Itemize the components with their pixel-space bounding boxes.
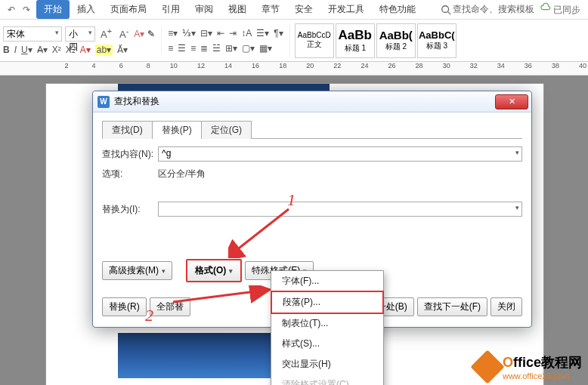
ribbon-tab-home[interactable]: 开始 bbox=[36, 0, 70, 19]
ribbon-tab-features[interactable]: 特色功能 bbox=[372, 0, 423, 19]
style-gallery[interactable]: AaBbCcD 正文 AaBb 标题 1 AaBb( 标题 2 AaBbC( 标… bbox=[289, 23, 456, 58]
command-search[interactable]: 查找命令、搜索模板 bbox=[441, 3, 534, 16]
text-direction-button[interactable]: ↕A bbox=[241, 28, 252, 38]
dialog-titlebar[interactable]: W 查找和替换 ✕ bbox=[93, 91, 531, 112]
menu-tabstop[interactable]: 制表位(T)... bbox=[271, 313, 383, 334]
watermark: Office教程网 www.office26.com bbox=[475, 353, 582, 380]
cloud-icon bbox=[540, 2, 551, 13]
svg-line-1 bbox=[447, 11, 450, 14]
font-size-combo[interactable]: 小四 bbox=[65, 26, 95, 42]
search-icon bbox=[441, 5, 451, 15]
replace-input[interactable] bbox=[158, 202, 522, 217]
ribbon-tab-security[interactable]: 安全 bbox=[287, 0, 320, 19]
bold-button[interactable]: B bbox=[3, 45, 10, 55]
highlight-button[interactable]: ab▾ bbox=[95, 45, 113, 55]
multilevel-button[interactable]: ⊟▾ bbox=[200, 28, 212, 38]
ribbon-tab-references[interactable]: 引用 bbox=[154, 0, 187, 19]
ribbon-tab-pagelayout[interactable]: 页面布局 bbox=[103, 0, 154, 19]
increase-indent-button[interactable]: ⇥ bbox=[229, 28, 237, 38]
options-value: 区分全/半角 bbox=[158, 168, 206, 180]
replace-label: 替换为(I): bbox=[102, 203, 158, 216]
watermark-logo-icon bbox=[470, 350, 504, 383]
redo-icon[interactable]: ↷ bbox=[20, 3, 33, 17]
replace-button[interactable]: 替换(R) bbox=[102, 297, 147, 316]
tab-goto[interactable]: 定位(G) bbox=[201, 121, 252, 139]
font-color-button[interactable]: A▾ bbox=[80, 45, 91, 55]
format-button[interactable]: 格式(O)▾ bbox=[186, 259, 242, 282]
svg-point-0 bbox=[441, 5, 448, 12]
menu-font[interactable]: 字体(F)... bbox=[271, 271, 383, 291]
ribbon-tab-insert[interactable]: 插入 bbox=[70, 0, 103, 19]
style-heading1[interactable]: AaBb 标题 1 bbox=[336, 23, 375, 58]
distribute-button[interactable]: ☱ bbox=[212, 43, 221, 54]
undo-icon[interactable]: ↶ bbox=[5, 3, 18, 17]
align-left-button[interactable]: ≡ bbox=[168, 43, 173, 54]
find-input[interactable]: ^g bbox=[158, 146, 522, 162]
app-icon: W bbox=[97, 96, 110, 108]
borders-button[interactable]: ▦▾ bbox=[259, 43, 272, 54]
show-marks-button[interactable]: ¶▾ bbox=[274, 28, 283, 38]
bullets-button[interactable]: ≡▾ bbox=[168, 28, 178, 38]
replace-all-button[interactable]: 全部替 bbox=[150, 297, 190, 316]
increase-font-icon[interactable]: A+ bbox=[98, 26, 114, 40]
menu-style[interactable]: 样式(S)... bbox=[271, 334, 383, 354]
change-case-icon[interactable]: A▾ bbox=[134, 29, 144, 39]
ribbon-tab-devtools[interactable]: 开发工具 bbox=[320, 0, 372, 19]
line-spacing-button[interactable]: ☰▾ bbox=[256, 28, 269, 38]
strikethrough-button[interactable]: A̶▾ bbox=[37, 45, 48, 55]
italic-button[interactable]: I bbox=[14, 45, 17, 55]
align-center-button[interactable]: ☰ bbox=[178, 43, 186, 54]
clear-format-icon[interactable]: ✎ bbox=[147, 29, 155, 39]
tab-replace[interactable]: 替换(P) bbox=[152, 121, 202, 139]
superscript-button[interactable]: X² bbox=[52, 45, 61, 55]
ribbon-tab-review[interactable]: 审阅 bbox=[187, 0, 221, 19]
style-heading2[interactable]: AaBb( 标题 2 bbox=[376, 23, 416, 58]
style-heading3[interactable]: AaBbC( 标题 3 bbox=[417, 23, 456, 58]
ribbon-tab-view[interactable]: 视图 bbox=[221, 0, 254, 19]
options-label: 选项: bbox=[102, 168, 158, 180]
dialog-close-button[interactable]: ✕ bbox=[495, 94, 528, 109]
ribbon-tab-section[interactable]: 章节 bbox=[254, 0, 287, 19]
tab-find[interactable]: 查找(D) bbox=[102, 121, 153, 139]
decrease-font-icon[interactable]: A- bbox=[117, 26, 131, 40]
underline-button[interactable]: U▾ bbox=[21, 45, 32, 55]
find-next-button[interactable]: 查找下一处(F) bbox=[417, 297, 487, 316]
find-label: 查找内容(N): bbox=[102, 148, 158, 161]
numbering-button[interactable]: ⅓▾ bbox=[182, 28, 196, 38]
horizontal-ruler[interactable]: 2 4 6 8 10 12 14 16 18 20 22 24 26 28 30… bbox=[0, 62, 588, 75]
decrease-indent-button[interactable]: ⇤ bbox=[217, 28, 224, 38]
menu-clear-format: 清除格式设置(C) bbox=[271, 374, 383, 385]
style-normal[interactable]: AaBbCcD 正文 bbox=[295, 23, 334, 58]
tab-settings-button[interactable]: ⊞▾ bbox=[225, 43, 237, 54]
sync-status[interactable]: 已同步 bbox=[540, 2, 580, 17]
format-dropdown-menu: 字体(F)... 段落(P)... 制表位(T)... 样式(S)... 突出显… bbox=[271, 270, 384, 385]
align-right-button[interactable]: ≡ bbox=[190, 43, 196, 54]
dialog-title: 查找和替换 bbox=[114, 95, 159, 108]
watermark-url: www.office26.com bbox=[503, 371, 582, 380]
dialog-close-btn[interactable]: 关闭 bbox=[491, 297, 522, 316]
phonetic-button[interactable]: A̋▾ bbox=[117, 45, 128, 55]
menu-paragraph[interactable]: 段落(P)... bbox=[271, 291, 384, 314]
menu-highlight[interactable]: 突出显示(H) bbox=[271, 354, 383, 374]
advanced-search-button[interactable]: 高级搜索(M)▾ bbox=[102, 261, 172, 280]
align-justify-button[interactable]: ≣ bbox=[200, 43, 208, 54]
shading-button[interactable]: ▢▾ bbox=[242, 43, 255, 54]
search-placeholder: 查找命令、搜索模板 bbox=[453, 3, 534, 16]
font-family-combo[interactable]: 宋体 bbox=[3, 26, 62, 42]
